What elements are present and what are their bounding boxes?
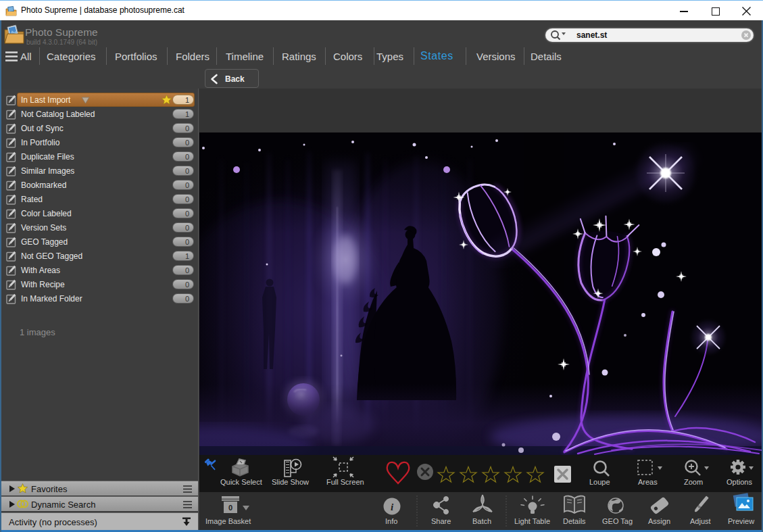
svg-text:0: 0 xyxy=(228,504,232,512)
